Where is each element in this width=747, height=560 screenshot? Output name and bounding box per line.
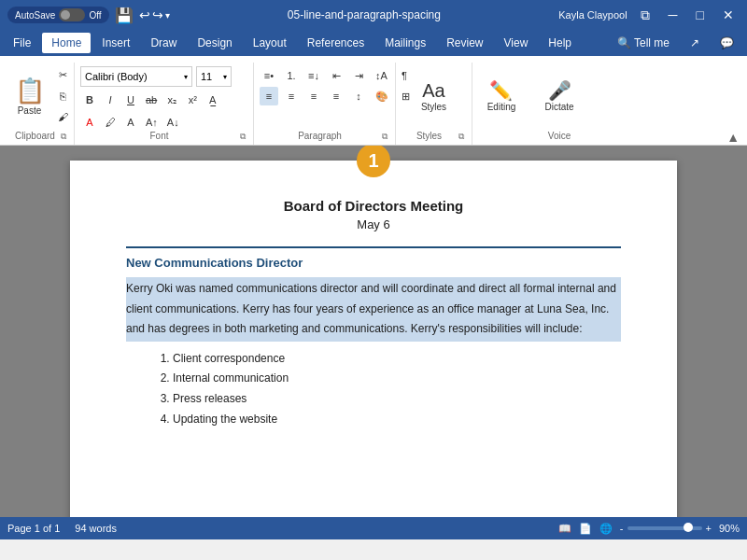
cut-btn[interactable]: ✂ — [54, 66, 73, 85]
font-name-dropdown[interactable]: Calibri (Body) ▾ — [80, 66, 192, 87]
menu-mailings[interactable]: Mailings — [375, 33, 435, 53]
bold-btn[interactable]: B — [80, 91, 99, 109]
decrease-indent-btn[interactable]: ⇤ — [327, 66, 345, 85]
menu-draw[interactable]: Draw — [141, 33, 186, 53]
menu-layout[interactable]: Layout — [244, 33, 296, 53]
clipboard-group: 📋 Paste ✂ ⎘ 🖌 Clipboard ⧉ — [7, 63, 75, 145]
view-web-icon[interactable]: 🌐 — [599, 523, 613, 535]
title-bar-left: AutoSave Off 💾 ↩ ↪ ▾ — [7, 7, 170, 24]
view-layout-icon[interactable]: 📄 — [579, 523, 592, 535]
autosave-toggle-group[interactable]: AutoSave Off — [7, 7, 109, 23]
editing-icon: ✏️ — [489, 79, 513, 102]
font-expand[interactable]: ⧉ — [238, 132, 247, 142]
sort-btn[interactable]: ↕A — [372, 66, 391, 85]
view-read-icon[interactable]: 📖 — [558, 523, 571, 535]
font-size-value: 11 — [201, 71, 212, 82]
section-heading: New Communications Director — [126, 256, 621, 270]
menu-view[interactable]: View — [495, 33, 538, 53]
share-btn[interactable]: ↗ — [681, 33, 709, 53]
list-item-1: Client correspondence — [173, 349, 621, 370]
list-item-3: Press releases — [173, 389, 621, 410]
para-row1: ≡• 1. ≡↓ ⇤ ⇥ ↕A ¶ — [260, 66, 414, 85]
menu-references[interactable]: References — [298, 33, 374, 53]
multilevel-btn[interactable]: ≡↓ — [304, 66, 323, 85]
list: Client correspondence Internal communica… — [126, 349, 621, 429]
menu-design[interactable]: Design — [188, 33, 241, 53]
bullets-btn[interactable]: ≡• — [260, 66, 278, 85]
autosave-dot — [61, 10, 70, 20]
font-name-chevron[interactable]: ▾ — [184, 73, 188, 81]
align-left-btn[interactable]: ≡ — [260, 87, 278, 105]
line-spacing-btn[interactable]: ↕ — [349, 87, 368, 105]
zoom-minus-btn[interactable]: - — [620, 523, 624, 534]
status-left: Page 1 of 1 94 words — [7, 523, 117, 534]
page-info: Page 1 of 1 — [7, 523, 60, 534]
zoom-track[interactable] — [627, 526, 702, 530]
shading-btn[interactable]: 🎨 — [372, 87, 392, 105]
voice-label: Voice — [536, 129, 583, 145]
tell-me-input[interactable]: 🔍 Tell me — [608, 33, 679, 53]
superscript-btn[interactable]: x² — [183, 91, 202, 109]
subscript-btn[interactable]: x₂ — [162, 91, 181, 109]
username: Kayla Claypool — [558, 9, 627, 21]
menu-help[interactable]: Help — [539, 33, 581, 53]
paragraph-expand[interactable]: ⧉ — [380, 132, 389, 142]
format-painter-btn[interactable]: 🖌 — [54, 107, 73, 126]
comments-btn[interactable]: 💬 — [711, 33, 743, 53]
save-icon[interactable]: 💾 — [115, 7, 134, 24]
redo-btn[interactable]: ↪ — [152, 7, 163, 22]
underline-btn[interactable]: U — [121, 91, 140, 109]
clipboard-expand[interactable]: ⧉ — [59, 132, 68, 142]
page: 1 Board of Directors Meeting May 6 New C… — [70, 161, 677, 517]
menu-file[interactable]: File — [4, 33, 40, 53]
align-center-btn[interactable]: ≡ — [282, 87, 301, 105]
zoom-plus-btn[interactable]: + — [706, 523, 712, 534]
menu-review[interactable]: Review — [437, 33, 492, 53]
paste-icon: 📋 — [15, 77, 45, 105]
clear-format-btn[interactable]: A̲ — [204, 91, 222, 109]
autosave-label: AutoSave — [15, 10, 55, 21]
body-paragraph[interactable]: Kerry Oki was named communications direc… — [126, 277, 621, 342]
autosave-toggle[interactable] — [59, 8, 85, 21]
minimize-btn[interactable]: ─ — [663, 6, 684, 24]
editing-btn[interactable]: ✏️ Editing — [482, 68, 522, 124]
menu-insert[interactable]: Insert — [92, 33, 139, 53]
menu-home[interactable]: Home — [42, 33, 91, 53]
paste-btn[interactable]: 📋 Paste — [7, 68, 52, 124]
editing-label: Editing — [487, 102, 516, 112]
zoom-control[interactable]: - + — [620, 523, 712, 534]
align-right-btn[interactable]: ≡ — [304, 87, 323, 105]
restore-icon[interactable]: ⧉ — [635, 6, 655, 25]
paragraph-label: Paragraph — [260, 129, 380, 145]
editing-group-label — [478, 129, 525, 145]
paragraph-group: ≡• 1. ≡↓ ⇤ ⇥ ↕A ¶ ≡ ≡ ≡ ≡ ↕ 🎨 ⊞ Paragrap… — [256, 63, 396, 145]
list-item-4: Updating the website — [173, 410, 621, 430]
dictate-btn[interactable]: 🎤 Dictate — [539, 68, 579, 124]
document-title-bar: 05-line-and-paragraph-spacing — [170, 8, 559, 21]
font-size-dropdown[interactable]: 11 ▾ — [196, 66, 232, 87]
dictate-label: Dictate — [544, 102, 573, 112]
strikethrough-btn[interactable]: ab — [142, 91, 161, 109]
ribbon-collapse-btn[interactable]: ▲ — [726, 130, 740, 145]
styles-icon: Aa — [422, 80, 444, 102]
styles-btn[interactable]: Aa Styles — [416, 68, 452, 124]
italic-btn[interactable]: I — [101, 91, 120, 109]
copy-btn[interactable]: ⎘ — [54, 87, 73, 105]
justify-btn[interactable]: ≡ — [327, 87, 345, 105]
document-filename: 05-line-and-paragraph-spacing — [288, 8, 441, 21]
increase-indent-btn[interactable]: ⇥ — [349, 66, 368, 85]
step-badge: 1 — [357, 146, 390, 177]
font-name-row: Calibri (Body) ▾ 11 ▾ — [80, 66, 232, 87]
font-size-chevron[interactable]: ▾ — [223, 73, 227, 81]
voice-group: 🎤 Dictate Voice — [532, 63, 588, 145]
undo-btn[interactable]: ↩ — [139, 7, 150, 22]
zoom-level[interactable]: 90% — [719, 523, 740, 534]
styles-expand[interactable]: ⧉ — [457, 132, 466, 142]
close-btn[interactable]: ✕ — [717, 6, 740, 24]
numbering-btn[interactable]: 1. — [282, 66, 301, 85]
clipboard-label: Clipboard — [11, 129, 59, 145]
font-group: Calibri (Body) ▾ 11 ▾ B I U ab x₂ x² A̲ … — [77, 63, 254, 145]
font-name-value: Calibri (Body) — [85, 71, 148, 82]
zoom-thumb[interactable] — [684, 523, 693, 532]
maximize-btn[interactable]: □ — [691, 6, 710, 24]
